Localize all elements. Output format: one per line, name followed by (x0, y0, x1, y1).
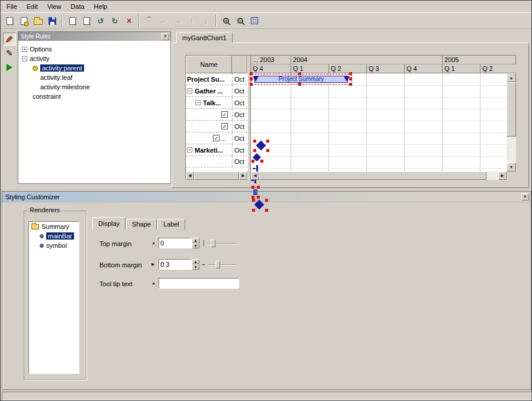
renderer-node-summary[interactable]: Summary (29, 222, 79, 231)
selection-handle[interactable] (257, 186, 260, 189)
tab-display[interactable]: Display (92, 217, 125, 229)
slider-handle[interactable] (211, 240, 215, 247)
open-button[interactable] (31, 14, 44, 27)
menu-help[interactable]: Help (89, 2, 112, 11)
scroll-left-button[interactable]: ◀ (186, 172, 194, 180)
move-top-button[interactable]: ↑ (143, 14, 156, 27)
selection-handle[interactable] (349, 83, 352, 86)
selection-handle[interactable] (260, 160, 263, 163)
pen-tool-button[interactable]: ✎ (3, 47, 16, 60)
selection-handle[interactable] (250, 72, 253, 75)
scroll-left-button[interactable]: ◀ (251, 172, 259, 180)
table-row[interactable]: −Marketi... Oct (186, 144, 247, 156)
selection-handle[interactable] (265, 199, 268, 202)
table-row[interactable]: −Gather ... Oct (186, 85, 247, 97)
scroll-right-button[interactable]: ▶ (239, 172, 247, 180)
table-row[interactable]: ✓ Oct (186, 109, 247, 121)
spinner-up-icon[interactable]: ▲ (192, 238, 199, 243)
tree-node-activity-parent[interactable]: activity:parent (18, 63, 170, 73)
spinner-up-icon[interactable]: ▲ (192, 259, 199, 264)
tree-node-constraint[interactable]: constraint (18, 92, 170, 101)
top-margin-input[interactable] (159, 238, 192, 248)
selection-handle[interactable] (250, 77, 253, 80)
selection-handle[interactable] (266, 140, 269, 143)
bottom-margin-input[interactable] (159, 259, 192, 270)
save-button[interactable] (46, 14, 59, 27)
collapse-icon[interactable]: − (187, 88, 192, 93)
style-rules-tool-button[interactable] (3, 33, 16, 46)
spinner-down-icon[interactable]: ▼ (192, 243, 199, 248)
tooltip-text-input[interactable] (159, 278, 239, 289)
selection-handle[interactable] (253, 140, 256, 143)
run-preview-button[interactable] (3, 61, 16, 74)
fit-to-window-button[interactable] (248, 14, 261, 27)
new-chart-button[interactable] (17, 14, 30, 27)
selection-handle[interactable] (253, 149, 256, 152)
table-row[interactable]: ✓... Oct (186, 132, 247, 144)
tab-shape[interactable]: Shape (126, 219, 157, 229)
tree-node-activity[interactable]: − activity (18, 54, 170, 63)
spinner-down-icon[interactable]: ▼ (192, 264, 199, 270)
zoom-out-button[interactable]: − (234, 14, 247, 27)
collapse-icon[interactable]: − (187, 147, 192, 153)
tree-node-activity-milestone[interactable]: activity:milestone (18, 82, 170, 92)
table-row[interactable]: Project Su... Oct (186, 73, 247, 85)
tab-mygantt-chart1[interactable]: myGanttChart1 (176, 32, 233, 43)
expand-icon[interactable]: + (22, 47, 27, 52)
zoom-in-button[interactable]: + (220, 14, 233, 27)
selection-handle[interactable] (349, 72, 352, 75)
table-header-name[interactable]: Name (186, 56, 232, 73)
selection-handle[interactable] (252, 209, 255, 212)
collapse-icon[interactable]: − (22, 56, 27, 62)
selection-handle[interactable] (298, 83, 301, 86)
menu-data[interactable]: Data (66, 2, 89, 11)
close-panel-button[interactable]: × (162, 33, 169, 40)
menu-view[interactable]: View (43, 2, 66, 11)
table-row[interactable]: ✓ Oct (186, 121, 247, 132)
checkbox-checked-icon[interactable]: ✓ (221, 123, 228, 130)
activity-bar[interactable] (256, 165, 258, 172)
menu-file[interactable]: File (2, 2, 22, 11)
new-button[interactable] (3, 14, 16, 27)
selection-handle[interactable] (266, 149, 269, 152)
scroll-down-button[interactable]: ▼ (507, 163, 516, 172)
menu-edit[interactable]: Edit (22, 2, 43, 11)
move-up-button[interactable]: ↑ (185, 14, 198, 27)
renderer-node-mainbar[interactable]: mainBar (29, 231, 79, 241)
renderer-node-symbol[interactable]: symbol (29, 241, 79, 250)
selection-handle[interactable] (265, 209, 268, 212)
selection-handle[interactable] (250, 83, 253, 86)
slider-handle[interactable] (215, 261, 220, 269)
top-margin-spinner[interactable]: ▲ ▼ (192, 238, 199, 248)
undo-button[interactable]: ↺ (94, 14, 107, 27)
style-rules-titlebar[interactable]: Style Rules × (18, 32, 170, 41)
close-customizer-button[interactable]: × (521, 193, 529, 200)
table-scroll-thumb[interactable] (194, 172, 239, 180)
chart-scroll-thumb[interactable] (259, 172, 486, 180)
move-right-button[interactable]: → (171, 14, 184, 27)
redo-button[interactable]: ↻ (108, 14, 121, 27)
table-row[interactable]: −Talk... Oct (186, 97, 247, 109)
activity-bar[interactable] (253, 189, 257, 195)
checkbox-checked-icon[interactable]: ✓ (213, 135, 220, 141)
vertical-scroll-thumb[interactable] (507, 82, 516, 137)
scroll-up-button[interactable]: ▲ (507, 73, 516, 82)
tab-label[interactable]: Label (157, 219, 185, 229)
gantt-sheet[interactable] (251, 73, 507, 172)
tree-node-activity-leaf[interactable]: activity:leaf (18, 73, 170, 82)
selection-handle[interactable] (252, 186, 254, 189)
move-down-button[interactable]: ↓ (199, 14, 212, 27)
bottom-margin-slider[interactable] (208, 264, 236, 266)
table-row[interactable]: Oct (186, 156, 247, 167)
selection-handle[interactable] (252, 199, 255, 202)
move-left-button[interactable]: ← (157, 14, 170, 27)
selection-handle[interactable] (252, 160, 254, 163)
delete-button[interactable]: × (122, 14, 136, 27)
selection-handle[interactable] (349, 77, 352, 80)
collapse-icon[interactable]: − (195, 100, 201, 105)
scroll-right-button[interactable]: ▶ (498, 172, 507, 180)
selection-handle[interactable] (298, 72, 301, 75)
export-button[interactable]: → (80, 14, 93, 27)
selection-handle[interactable] (257, 196, 260, 199)
tree-node-options[interactable]: + Options (18, 44, 170, 54)
